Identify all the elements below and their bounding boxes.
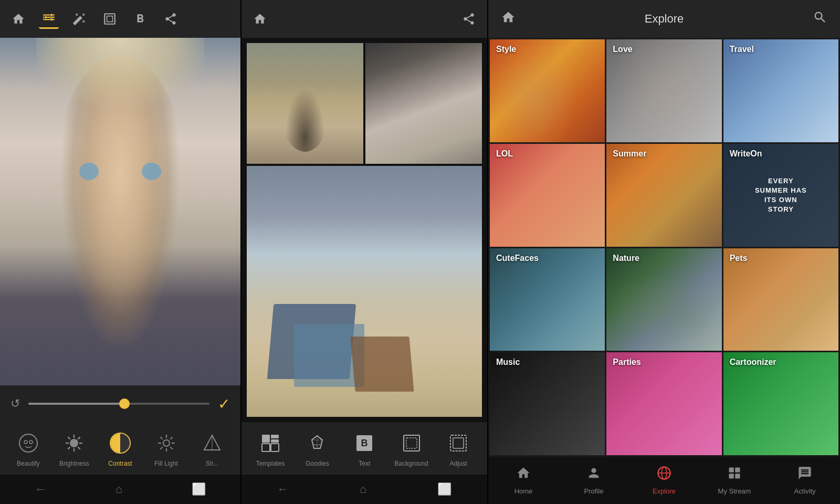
nav-profile-label: Profile xyxy=(584,487,604,495)
adjustment-slider[interactable] xyxy=(28,403,209,405)
adjust-tool[interactable]: Adjust xyxy=(440,429,477,467)
category-writeon[interactable]: WriteOn EVERY SUMMER HAS ITS OWN STORY xyxy=(723,144,838,247)
nav-mystream-icon xyxy=(727,466,742,484)
templates-label: Templates xyxy=(256,460,285,467)
svg-rect-53 xyxy=(735,474,740,478)
bold-button[interactable] xyxy=(130,9,150,29)
lol-label: LOL xyxy=(496,149,513,159)
text-icon: B xyxy=(351,429,378,457)
svg-line-21 xyxy=(78,437,80,439)
frame-button[interactable] xyxy=(100,9,120,29)
nav-profile[interactable]: Profile xyxy=(573,466,615,495)
category-lol[interactable]: LOL xyxy=(490,144,605,247)
category-travel[interactable]: Travel xyxy=(723,39,838,142)
p2-back-button[interactable]: ← xyxy=(265,478,301,500)
templates-tool[interactable]: Templates xyxy=(252,429,289,467)
beautify-label: Beautify xyxy=(17,460,39,467)
fill-light-tool[interactable]: Fill Light xyxy=(148,429,185,467)
collage-editor-panel: Templates Goodies B Text xyxy=(242,0,488,504)
svg-rect-51 xyxy=(735,468,740,472)
goodies-tool[interactable]: Goodies xyxy=(299,429,335,467)
category-parties[interactable]: Parties xyxy=(606,352,721,455)
back-button[interactable]: ← xyxy=(22,478,59,500)
collage-cell-girl2[interactable] xyxy=(365,43,482,164)
category-pets[interactable]: Pets xyxy=(723,248,838,351)
category-music[interactable]: Music xyxy=(490,352,605,455)
collage-cell-bike[interactable] xyxy=(247,43,363,164)
svg-rect-50 xyxy=(729,468,734,472)
templates-icon xyxy=(257,429,284,457)
svg-point-23 xyxy=(163,440,170,446)
goodies-label: Goodies xyxy=(306,460,329,467)
beautify-icon xyxy=(15,429,42,457)
background-tool[interactable]: Background xyxy=(393,429,430,467)
confirm-button[interactable]: ✓ xyxy=(218,395,230,413)
svg-rect-35 xyxy=(271,435,279,438)
share-button[interactable] xyxy=(161,9,181,29)
nav-profile-icon xyxy=(586,466,601,484)
recent-button[interactable]: ⬜ xyxy=(179,478,218,500)
category-cartoonizer[interactable]: Cartoonizer xyxy=(723,352,838,455)
svg-line-31 xyxy=(160,447,162,449)
background-label: Background xyxy=(395,460,428,467)
svg-rect-46 xyxy=(453,438,464,448)
explore-grid: Style Love Travel LOL Summer WriteOn EVE… xyxy=(488,38,840,457)
svg-point-1 xyxy=(50,14,52,16)
search-button[interactable] xyxy=(813,10,827,28)
nav-explore[interactable]: Explore xyxy=(643,466,685,495)
category-cutefaces[interactable]: CuteFaces xyxy=(490,248,605,351)
collage-share-button[interactable] xyxy=(459,9,479,29)
undo-button[interactable]: ↺ xyxy=(10,397,20,411)
svg-line-20 xyxy=(78,447,80,449)
beautify-tool[interactable]: Beautify xyxy=(10,429,47,467)
nature-label: Nature xyxy=(613,254,639,263)
p2-home-button[interactable]: ⌂ xyxy=(347,478,379,500)
goodies-icon xyxy=(303,429,331,457)
category-nature[interactable]: Nature xyxy=(606,248,721,351)
sharpen-label: Sh... xyxy=(206,460,219,467)
explore-nav-bar: Home Profile Explore My Stream xyxy=(488,457,840,504)
svg-line-22 xyxy=(68,447,70,449)
p2-recent-button[interactable]: ⬜ xyxy=(425,478,464,500)
nav-activity-icon xyxy=(797,466,812,484)
background-icon xyxy=(398,429,425,457)
magic-button[interactable] xyxy=(69,9,89,29)
style-label: Style xyxy=(496,45,516,54)
explore-header: Explore xyxy=(488,0,840,38)
p1-nav-bar: ← ⌂ ⬜ xyxy=(0,475,240,504)
nav-home[interactable]: Home xyxy=(502,466,544,495)
editor-controls: ↺ ✓ Beautify xyxy=(0,385,240,475)
collage-cell-boats[interactable] xyxy=(247,166,482,417)
category-style[interactable]: Style xyxy=(490,39,605,142)
sharpen-tool[interactable]: Sh... xyxy=(194,429,230,467)
svg-line-19 xyxy=(68,437,70,439)
contrast-tool[interactable]: Contrast xyxy=(102,429,139,467)
adjust-label: Adjust xyxy=(449,460,467,467)
category-summer[interactable]: Summer xyxy=(606,144,721,247)
nav-mystream[interactable]: My Stream xyxy=(713,466,755,495)
category-love[interactable]: Love xyxy=(606,39,721,142)
brightness-tool[interactable]: Brightness xyxy=(56,429,92,467)
explore-home-button[interactable] xyxy=(501,10,516,28)
tune-button[interactable] xyxy=(39,9,59,29)
nav-activity-label: Activity xyxy=(794,487,815,495)
svg-line-28 xyxy=(160,437,162,439)
text-tool[interactable]: B Text xyxy=(346,429,383,467)
love-label: Love xyxy=(613,45,632,54)
nav-activity[interactable]: Activity xyxy=(784,466,826,495)
svg-rect-38 xyxy=(271,444,279,452)
collage-home-button[interactable] xyxy=(250,9,270,29)
svg-text:B: B xyxy=(361,438,368,448)
brightness-label: Brightness xyxy=(59,460,89,467)
svg-rect-37 xyxy=(262,444,270,452)
summer-label: Summer xyxy=(613,149,646,159)
home-nav-button[interactable]: ⌂ xyxy=(103,478,135,500)
svg-line-29 xyxy=(170,447,172,449)
svg-rect-36 xyxy=(271,439,279,443)
writeon-text: EVERY SUMMER HAS ITS OWN STORY xyxy=(752,176,810,214)
collage-canvas xyxy=(242,38,487,422)
svg-rect-44 xyxy=(406,438,417,448)
svg-rect-10 xyxy=(107,16,113,22)
home-button[interactable] xyxy=(8,9,28,29)
svg-rect-34 xyxy=(262,435,270,443)
